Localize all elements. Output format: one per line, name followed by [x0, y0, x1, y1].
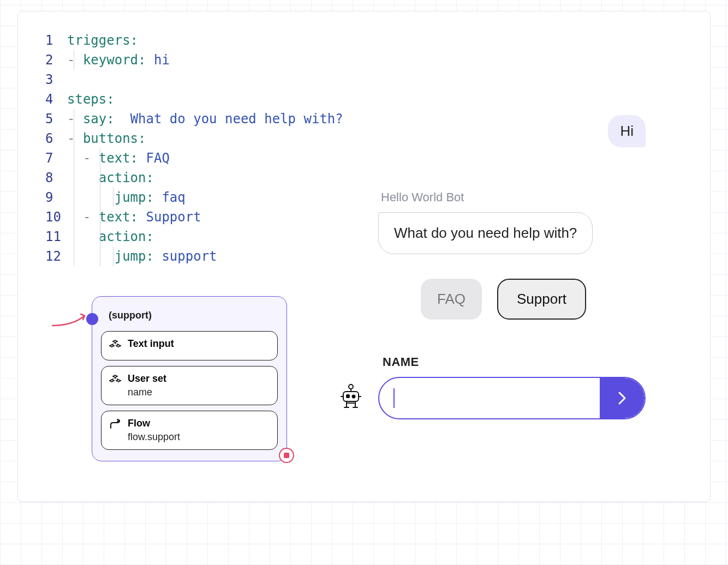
- code-content: - say: What do you need help with?: [67, 109, 343, 129]
- svg-rect-8: [343, 392, 359, 401]
- svg-line-4: [112, 378, 114, 380]
- code-content: jump: faq: [67, 188, 186, 207]
- code-content: triggers:: [67, 31, 138, 50]
- code-content: - buttons:: [67, 129, 146, 148]
- code-line[interactable]: 5- say: What do you need help with?: [45, 109, 343, 129]
- code-content: jump: support: [67, 247, 217, 266]
- code-line[interactable]: 6- buttons:: [45, 129, 343, 148]
- flow-step[interactable]: User setname: [101, 366, 278, 405]
- svg-point-6: [349, 384, 353, 389]
- stop-icon[interactable]: [279, 448, 294, 463]
- code-line[interactable]: 2- keyword: hi: [45, 50, 343, 70]
- flow-step[interactable]: Text input: [101, 331, 278, 360]
- blocks-icon: [109, 339, 121, 351]
- input-prompt-label: NAME: [383, 355, 419, 369]
- code-line[interactable]: 10 - text: Support: [45, 207, 343, 227]
- line-number: 6: [45, 129, 67, 148]
- blocks-icon: [109, 374, 121, 386]
- step-label: Flow: [128, 418, 180, 429]
- canvas-card: 1triggers:2- keyword: hi34steps:5- say: …: [17, 11, 711, 502]
- code-content: action:: [67, 168, 154, 188]
- flow-step[interactable]: Flowflow.support: [101, 411, 278, 450]
- node-title: (support): [101, 306, 278, 329]
- line-number: 9: [45, 188, 67, 207]
- name-input[interactable]: [379, 378, 600, 418]
- line-number: 11: [45, 227, 67, 247]
- svg-point-10: [353, 395, 355, 398]
- line-number: 1: [45, 31, 67, 50]
- svg-line-2: [117, 344, 118, 345]
- line-number: 8: [45, 168, 67, 188]
- bot-name-label: Hello World Bot: [381, 190, 464, 205]
- line-number: 2: [45, 50, 67, 70]
- line-number: 12: [45, 247, 67, 266]
- faq-button[interactable]: FAQ: [421, 279, 482, 320]
- text-input-wrap: [378, 377, 646, 419]
- code-line[interactable]: 1triggers:: [45, 31, 343, 50]
- bot-message-bubble: What do you need help with?: [378, 212, 593, 254]
- code-line[interactable]: 7 - text: FAQ: [45, 148, 343, 168]
- svg-rect-9: [347, 395, 349, 398]
- line-number: 10: [45, 207, 67, 227]
- code-line[interactable]: 11 action:: [45, 227, 343, 247]
- text-caret: [393, 388, 395, 408]
- code-line[interactable]: 3: [45, 70, 343, 89]
- step-sub: flow.support: [128, 431, 180, 443]
- user-message-bubble: Hi: [608, 115, 646, 147]
- support-button[interactable]: Support: [497, 279, 586, 320]
- code-line[interactable]: 4steps:: [45, 89, 343, 109]
- line-number: 4: [45, 89, 67, 109]
- chevron-right-icon: [614, 390, 630, 406]
- step-sub: name: [128, 387, 166, 398]
- line-number: 7: [45, 148, 67, 168]
- code-line[interactable]: 8 action:: [45, 168, 343, 188]
- step-label: Text input: [128, 338, 174, 350]
- code-content: steps:: [67, 89, 115, 109]
- code-content: - text: FAQ: [67, 148, 170, 168]
- yaml-editor[interactable]: 1triggers:2- keyword: hi34steps:5- say: …: [45, 31, 343, 266]
- flow-node-support[interactable]: (support) Text inputUser setnameFlowflow…: [92, 296, 287, 461]
- step-label: User set: [128, 373, 166, 384]
- robot-icon: [336, 382, 366, 413]
- connection-arrow-icon: [51, 311, 92, 328]
- flow-icon: [109, 419, 121, 431]
- code-content: action:: [67, 227, 154, 247]
- svg-line-1: [112, 344, 114, 345]
- send-button[interactable]: [600, 378, 645, 418]
- code-content: - keyword: hi: [67, 50, 170, 70]
- line-number: 5: [45, 109, 67, 129]
- svg-line-5: [117, 378, 118, 380]
- code-line[interactable]: 12 jump: support: [45, 247, 343, 266]
- line-number: 3: [45, 70, 67, 89]
- node-input-handle[interactable]: [86, 313, 98, 325]
- code-content: - text: Support: [67, 207, 201, 227]
- code-line[interactable]: 9 jump: faq: [45, 188, 343, 207]
